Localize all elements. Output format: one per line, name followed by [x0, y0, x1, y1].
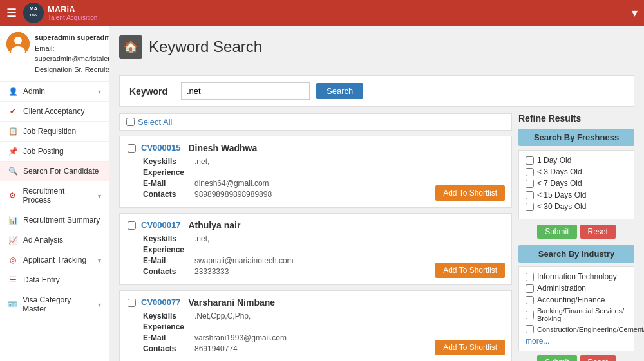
select-all-checkbox[interactable]	[126, 118, 135, 126]
keyword-input[interactable]	[181, 82, 310, 100]
keyskills-label-1: Keyskills	[143, 157, 194, 166]
analysis-icon: 📈	[8, 236, 18, 245]
industry-option-2[interactable]: Administration	[526, 284, 627, 293]
contacts-label-3: Contacts	[143, 344, 194, 353]
industry-label-2: Administration	[537, 284, 586, 293]
freshness-section-header: Search By Freshness	[518, 129, 634, 146]
freshness-option-5[interactable]: < 30 Days Old	[526, 202, 627, 211]
keyskills-value-2: .net,	[194, 234, 209, 243]
freshness-options: 1 Day Old < 3 Days Old < 7 Days Old < 15…	[518, 150, 634, 219]
sidebar-label-visa: Visa Category Master	[23, 295, 93, 313]
logo-text-block: MARiA Talent Acquisition	[48, 5, 97, 22]
industry-checkbox-1[interactable]	[526, 273, 534, 281]
sidebar-label-data-entry: Data Entry	[23, 275, 60, 284]
industry-checkbox-3[interactable]	[526, 296, 534, 304]
contacts-value-2: 23333333	[194, 267, 229, 276]
avatar	[6, 32, 30, 55]
freshness-option-2[interactable]: < 3 Days Old	[526, 167, 627, 176]
sidebar-label-summary: Recruitment Summary	[23, 216, 100, 225]
industry-checkbox-2[interactable]	[526, 284, 534, 293]
keyword-label: Keyword	[129, 86, 175, 97]
add-shortlist-btn-1[interactable]: Add To Shortlist	[435, 185, 505, 201]
keyskills-value-3: .Net,Cpp,C,Php,	[194, 311, 251, 320]
select-all-label[interactable]: Select All	[138, 117, 172, 127]
results-main: Select All CV000015 Dinesh Wadhwa Keyski…	[119, 113, 512, 361]
sidebar-item-client-acceptancy[interactable]: ✔ Client Acceptancy	[0, 102, 109, 122]
industry-option-1[interactable]: Information Technology	[526, 272, 627, 281]
industry-checkbox-5[interactable]	[526, 325, 534, 333]
logo-name: MARiA	[48, 5, 97, 15]
freshness-submit-button[interactable]: Submit	[537, 225, 576, 239]
experience-row-1: Experience	[143, 168, 504, 177]
page-title: Keyword Search	[149, 38, 262, 56]
sidebar-item-recruitment-summary[interactable]: 📊 Recruitment Summary	[0, 210, 109, 230]
sidebar-item-recruitment-process[interactable]: ⚙ Recruitment Process ▾	[0, 181, 109, 210]
freshness-checkbox-4[interactable]	[526, 191, 534, 199]
cv-link-3[interactable]: CV000077	[141, 297, 180, 307]
select-all-row: Select All	[119, 113, 512, 131]
freshness-checkbox-5[interactable]	[526, 203, 534, 211]
industry-option-3[interactable]: Accounting/Finance	[526, 295, 627, 304]
freshness-label-3: < 7 Days Old	[537, 179, 582, 188]
keyskills-label-2: Keyskills	[143, 234, 194, 243]
chevron-right-icon: ▾	[98, 88, 101, 95]
freshness-buttons: Submit Reset	[518, 225, 634, 239]
industry-option-5[interactable]: Construction/Engineering/Cement/Metals	[526, 325, 627, 333]
freshness-checkbox-3[interactable]	[526, 180, 534, 188]
sidebar-item-applicant-tracking[interactable]: ◎ Applicant Tracking ▾	[0, 250, 109, 270]
cv-link-2[interactable]: CV000017	[141, 220, 180, 230]
dropdown-arrow[interactable]: ▾	[632, 6, 638, 20]
freshness-option-1[interactable]: 1 Day Old	[526, 156, 627, 165]
candidate-card-1: CV000015 Dinesh Wadhwa Keyskills .net, E…	[119, 136, 512, 208]
experience-label-3: Experience	[143, 322, 194, 331]
user-email: superadmin@maristalentacqui	[35, 53, 109, 64]
industry-reset-button[interactable]: Reset	[580, 355, 616, 361]
home-icon[interactable]: 🏠	[119, 35, 142, 59]
industry-label-1: Information Technology	[537, 272, 617, 281]
industry-checkbox-4[interactable]	[526, 311, 534, 319]
candidate-name-2: Athulya nair	[188, 220, 240, 230]
add-shortlist-btn-2[interactable]: Add To Shortlist	[435, 263, 505, 278]
main-content: 🏠 Keyword Search Keyword Search Select A…	[109, 26, 644, 361]
sidebar-item-job-requisition[interactable]: 📋 Job Requisition	[0, 122, 109, 142]
freshness-checkbox-2[interactable]	[526, 168, 534, 176]
candidate-checkbox-3[interactable]	[128, 299, 136, 307]
industry-label-4: Banking/Financial Services/ Broking	[537, 307, 627, 322]
freshness-checkbox-1[interactable]	[526, 156, 534, 165]
freshness-reset-button[interactable]: Reset	[580, 225, 616, 239]
logo-initials: MA RiA	[23, 2, 44, 24]
recruitment-icon: ⚙	[8, 191, 18, 200]
email-value-2: swapnali@mariainotech.com	[194, 256, 294, 265]
industry-submit-button[interactable]: Submit	[537, 355, 576, 361]
email-label-1: E-Mail	[143, 179, 194, 188]
tracking-icon: ◎	[8, 255, 18, 264]
candidate-checkbox-2[interactable]	[128, 221, 136, 230]
summary-icon: 📊	[8, 216, 18, 225]
top-bar-left: ☰ MA RiA MARiA Talent Acquisition	[6, 3, 97, 23]
keyskills-row-1: Keyskills .net,	[143, 157, 504, 166]
email-label-2: E-Mail	[143, 256, 194, 265]
contacts-label-1: Contacts	[143, 190, 194, 199]
candidate-checkbox-1[interactable]	[128, 144, 136, 153]
candidate-card-2: CV000017 Athulya nair Keyskills .net, Ex…	[119, 213, 512, 285]
sidebar-item-visa-category[interactable]: 🪪 Visa Category Master ▾	[0, 290, 109, 319]
cv-link-1[interactable]: CV000015	[141, 143, 180, 153]
sidebar-item-search-candidate[interactable]: 🔍 Search For Candidate	[0, 162, 109, 181]
industry-more-link[interactable]: more...	[526, 337, 549, 346]
user-designation-label: Designation:Sr. Recruiter	[35, 64, 109, 75]
svg-text:MA: MA	[30, 6, 38, 12]
search-button[interactable]: Search	[316, 83, 363, 99]
freshness-option-4[interactable]: < 15 Days Old	[526, 190, 627, 199]
sidebar-item-admin[interactable]: 👤 Admin ▾	[0, 82, 109, 102]
industry-buttons: Submit Reset	[518, 355, 634, 361]
freshness-option-3[interactable]: < 7 Days Old	[526, 179, 627, 188]
hamburger-icon[interactable]: ☰	[6, 6, 17, 20]
sidebar-item-data-entry[interactable]: ☰ Data Entry	[0, 270, 109, 290]
sidebar-item-ad-analysis[interactable]: 📈 Ad Analysis	[0, 230, 109, 250]
freshness-label-5: < 30 Days Old	[537, 202, 586, 211]
industry-option-4[interactable]: Banking/Financial Services/ Broking	[526, 307, 627, 322]
industry-options: Information Technology Administration Ac…	[518, 266, 634, 351]
sidebar-item-job-posting[interactable]: 📌 Job Posting	[0, 142, 109, 162]
sidebar-label-requisition: Job Requisition	[23, 127, 76, 136]
add-shortlist-btn-3[interactable]: Add To Shortlist	[435, 340, 505, 355]
